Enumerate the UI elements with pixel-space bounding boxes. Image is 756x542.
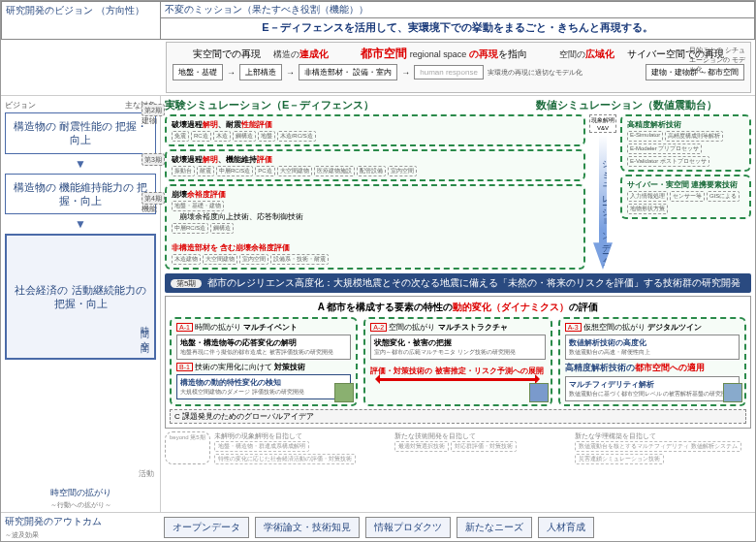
tag-item: 地盤・基礎・建物 [172, 201, 224, 211]
tag-item: 最適対策選択技術 [394, 441, 449, 452]
scope-box: 地盤・基礎 [173, 64, 223, 80]
phase-tag: 第4期機能 [142, 194, 165, 214]
tag-item: 地盤 [258, 131, 275, 142]
tag-item: 地盤・構造物・群連成系構成解明 [214, 441, 309, 452]
num-block-2: サイバー・実空間 連携要素技術 入力情報処理センサー等GISによる地物形状方策 [620, 175, 751, 219]
vision-box-3: 社会経済の 活動継続能力の 把握・向上 [5, 234, 156, 360]
exp-block-phase2: 破壊過程解明、耐震性能評価 免震RC造木造鋼構造地盤木造/RC/S造 [165, 114, 585, 146]
tag-item: 室内空間 [239, 254, 268, 265]
exp-block-phase3: 破壊過程解明、機能維持評価 振動台耐震中層RC/S造PC造大空間建物医療建物施設… [165, 149, 585, 181]
outcome-box: 新たなニーズ [457, 517, 532, 538]
phase5-band: 第5期都市のレジリエンス高度化：大規模地震とその次なる地震に備える「未然の・将来… [165, 273, 751, 293]
box-a1: A-1 時間の拡がり マルチイベント 地盤・構造物等の応答変化の解明地盤再現に伴… [170, 317, 358, 406]
tag-item: 耐震 [197, 166, 214, 176]
building-3d-icon [723, 383, 742, 402]
tag-item: 大空間建物 [203, 254, 237, 265]
tag-item: E-Validator ポストプロセッサ [627, 156, 709, 167]
tag-item: 設備系・技術・耐震 [270, 254, 329, 265]
scope-box: human response [414, 65, 484, 80]
vision-box-1: 構造物の 耐震性能の 把握・向上 [5, 112, 156, 154]
down-arrow-icon: ▼ [5, 220, 156, 228]
exp-sim-header: 実験シミュレーション（E－ディフェンス） [165, 98, 528, 112]
beyond-phase5: beyond 第5期 未解明の現象解明を目指して地盤・構造物・群連成系構成解明特… [165, 431, 751, 464]
outcome-box: 情報プロダクツ [365, 517, 451, 538]
tag-item: 地物形状方策 [627, 204, 668, 214]
tag-item: GISによる [707, 191, 740, 202]
box-a2: A-2 空間の拡がり マルチストラクチャ 状態変化・被害の把握室内～都市の広範マ… [363, 317, 551, 406]
tag-item: 室内空間 [388, 166, 417, 176]
scope-box: 上部構造 [239, 64, 282, 80]
tag-item: RC造 [191, 131, 211, 142]
tag-item: 災害連鎖シミュレーション技術 [575, 454, 664, 464]
exp-block-phase4: 崩壊余裕度評価 地盤・基礎・建物 崩壊余裕度向上技術、応答制御技術 中層RC/S… [165, 184, 585, 270]
scope-box: 非構造部材・ 設備・室内 [299, 64, 397, 80]
outcome-box: オープンデータ [164, 517, 249, 538]
num-sim-header: 数値シミュレーション（数値震動台） [536, 98, 751, 112]
left-footer: 時空間の拡がり～行動への拡がり～ [5, 487, 156, 510]
c-band: C 課題発見のためのグローバルアイデア [170, 409, 746, 424]
model-3d-icon [529, 383, 549, 402]
tag-item: 医療建物施設 [314, 166, 355, 176]
num-block-1: 高精度解析技術 E-Simulator高精度構成則等解析E-Modeler プリ… [620, 114, 751, 172]
vv-label: 現象解明 V&V [589, 114, 616, 133]
phase-tag: 第3期 [142, 155, 165, 165]
tag-item: 中層RC/S造 [216, 166, 253, 176]
tag-item: 鋼構造 [233, 131, 256, 142]
tag-item: 対応群評価・対策技術 [451, 441, 517, 452]
tag-item: 振動台 [172, 166, 195, 176]
outcome-box: 人材育成 [538, 517, 594, 538]
tag-item: 大空間建物 [277, 166, 312, 176]
tag-item: センサー等 [670, 191, 705, 202]
reproduction-scope: 実空間での再現 構造の連成化 都市空間 regional space の再現を指… [166, 42, 751, 93]
tag-item: 高精度構成則等解析 [665, 131, 723, 142]
mission-body: E－ディフェンスを活用して、実環境下での挙動をまるごと・きちんと再現する。 [161, 17, 754, 37]
tag-item: 特性の変化に応じた社会経済活動の評価・対策技術 [214, 454, 356, 464]
down-arrow-icon: ▼ [5, 160, 156, 168]
tag-item: 免震 [172, 131, 189, 142]
outcome-header: 研究開発のアウトカム～波及効果 [1, 513, 161, 541]
tag-item: 入力情報処理 [627, 191, 668, 202]
vision-box-2: 構造物の 機能維持能力の 把握・向上 [5, 174, 156, 215]
scope-right-caption: 目的ごとの シチュエーションの モデル化 [689, 46, 747, 75]
tag-item: 鋼構造 [210, 223, 234, 234]
area-a: A 都市を構成する要素の特性の動的変化（ダイナミクス）の評価 A-1 時間の拡が… [165, 296, 751, 429]
tag-item: E-Modeler プリプロセッサ [627, 143, 702, 154]
side-category-activity: 活動 [139, 468, 154, 479]
outcome-box: 学術論文・技術知見 [255, 517, 360, 538]
side-category-time-space: 時間 空間 [139, 319, 151, 341]
phase-tag: 第2期建物 [142, 106, 165, 126]
tag-item: 木造建物 [172, 254, 201, 265]
red-double-arrow-icon [370, 378, 545, 381]
sim-data-arrow-icon: シミュレーションデータ [593, 135, 613, 270]
tag-item: 木造/RC/S造 [277, 131, 316, 142]
vision-header: 研究開発のビジョン （方向性） [1, 1, 161, 40]
tag-item: 数値震動台を核とするマルチフィデリティ 数値解析システム [575, 441, 741, 452]
mission-header: 不変のミッション（果たすべき役割（機能）） [161, 2, 754, 17]
tag-item: 中層RC/S造 [172, 223, 208, 234]
box-a3: A-3 仮想空間の拡がり デジタルツイン 数値解析技術の高度化数値震動台の高速・… [558, 317, 746, 406]
model-3d-icon [334, 383, 354, 402]
tag-item: 配管設備 [357, 166, 386, 176]
tag-item: E-Simulator [627, 131, 663, 142]
tag-item: 木造 [213, 131, 231, 142]
tag-item: PC造 [255, 166, 274, 176]
